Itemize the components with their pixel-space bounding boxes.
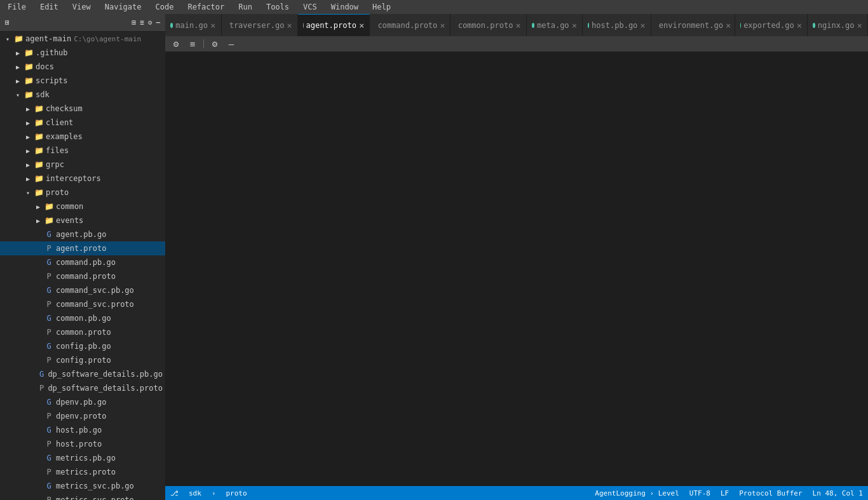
command-svc-pb-go-icon: G <box>43 286 55 295</box>
tree-item-command-svc-pb-go[interactable]: G command_svc.pb.go <box>0 283 165 297</box>
status-branch-icon: ⎇ <box>170 489 179 497</box>
tab-common-proto[interactable]: common.proto × <box>451 14 527 36</box>
tree-item-examples[interactable]: ▶ 📁 examples <box>0 130 165 144</box>
tree-item-common-folder[interactable]: ▶ 📁 common <box>0 199 165 213</box>
tree-item-scripts[interactable]: ▶ 📁 scripts <box>0 74 165 88</box>
common-proto-label: common.proto <box>56 328 111 337</box>
common-proto-icon: P <box>43 328 55 337</box>
icon-gear[interactable]: ⚙ <box>209 38 220 50</box>
tree-item-common-pb-go[interactable]: G common.pb.go <box>0 311 165 325</box>
tab-main-go[interactable]: main.go × <box>165 14 222 36</box>
sidebar-icon-layout[interactable]: ⊞ <box>132 18 137 27</box>
tree-item-interceptors[interactable]: ▶ 📁 interceptors <box>0 172 165 186</box>
editor-toolbar: ⚙ ≡ ⚙ – <box>165 36 868 51</box>
tab-close-nginx-go[interactable]: × <box>857 20 862 30</box>
tree-item-dp-pb-go[interactable]: G dp_software_details.pb.go <box>0 367 165 381</box>
tab-close-meta-go[interactable]: × <box>572 20 578 30</box>
tree-item-proto[interactable]: ▾ 📁 proto <box>0 186 165 199</box>
tree-item-dpenv-proto[interactable]: P dpenv.proto <box>0 409 165 423</box>
tree-item-client[interactable]: ▶ 📁 client <box>0 116 165 130</box>
tab-meta-go[interactable]: meta.go × <box>527 14 583 36</box>
menu-item-file[interactable]: File <box>5 3 29 11</box>
tab-close-common-proto[interactable]: × <box>515 20 520 30</box>
tree-item-command-svc-proto[interactable]: P command_svc.proto <box>0 297 165 311</box>
tree-item-metrics-svc-proto[interactable]: P metrics_svc.proto <box>0 493 165 500</box>
events-label: events <box>56 216 83 225</box>
tab-close-environment-go[interactable]: × <box>726 20 731 30</box>
tree-item-dpenv-pb-go[interactable]: G dpenv.pb.go <box>0 395 165 409</box>
command-pb-go-icon: G <box>43 258 55 267</box>
tab-close-traverser-go[interactable]: × <box>287 20 292 30</box>
tree-item-command-pb-go[interactable]: G command.pb.go <box>0 255 165 269</box>
tab-host-pb-go[interactable]: host.pb.go × <box>583 14 651 36</box>
tab-close-host-pb-go[interactable]: × <box>640 20 645 30</box>
icon-settings[interactable]: ⚙ <box>170 38 182 50</box>
tree-item-metrics-svc-pb-go[interactable]: G metrics_svc.pb.go <box>0 479 165 493</box>
menu-item-window[interactable]: Window <box>329 3 361 11</box>
tree-item-agent-pb-go[interactable]: G agent.pb.go <box>0 227 165 241</box>
tab-environment-go[interactable]: environment.go × <box>651 14 736 36</box>
toolbar-separator-1 <box>203 39 204 48</box>
icon-collapse-all[interactable]: ≡ <box>187 38 198 50</box>
sidebar: ⊞ ⊞ ≡ ⚙ – ▾ 📁 agent-main C:\go\agent-mai… <box>0 14 165 500</box>
tree-item-host-pb-go[interactable]: G host.pb.go <box>0 423 165 437</box>
sidebar-icon-settings[interactable]: ⚙ <box>148 18 153 27</box>
tab-command-proto[interactable]: command.proto × <box>370 14 450 36</box>
tree-item-config-proto[interactable]: P config.proto <box>0 353 165 367</box>
menu-item-code[interactable]: Code <box>153 3 177 11</box>
tree-root[interactable]: ▾ 📁 agent-main C:\go\agent-main <box>0 32 165 46</box>
checksum-folder-icon: 📁 <box>33 104 44 113</box>
tab-close-exported-go[interactable]: × <box>797 20 802 30</box>
status-eol: LF <box>721 489 729 497</box>
tree-item-common-proto[interactable]: P common.proto <box>0 325 165 339</box>
menu-item-tools[interactable]: Tools <box>264 3 292 11</box>
tree-item-agent-proto[interactable]: P agent.proto <box>0 241 165 255</box>
root-arrow-icon: ▾ <box>3 36 13 43</box>
menu-item-run[interactable]: Run <box>236 3 255 11</box>
tab-exported-go[interactable]: exported.go × <box>735 14 808 36</box>
tree-item-command-proto[interactable]: P command.proto <box>0 269 165 283</box>
tree-item-docs[interactable]: ▶ 📁 docs <box>0 60 165 74</box>
tree-item-metrics-proto[interactable]: P metrics.proto <box>0 465 165 479</box>
tab-label-meta-go: meta.go <box>537 21 569 30</box>
icon-minus[interactable]: – <box>226 38 237 50</box>
code-editor[interactable] <box>165 51 868 486</box>
tab-traverser-go[interactable]: traverser.go × <box>222 14 298 36</box>
tree-item-grpc[interactable]: ▶ 📁 grpc <box>0 158 165 172</box>
tree-item-dp-proto[interactable]: P dp_software_details.proto <box>0 381 165 395</box>
menu-item-help[interactable]: Help <box>370 3 393 11</box>
common-folder-label: common <box>56 202 83 211</box>
tab-close-main-go[interactable]: × <box>210 20 216 30</box>
sidebar-icon-collapse[interactable]: ≡ <box>140 18 144 27</box>
files-arrow-icon: ▶ <box>23 147 33 154</box>
tree-item-host-proto[interactable]: P host.proto <box>0 437 165 451</box>
tree-item-metrics-pb-go[interactable]: G metrics.pb.go <box>0 451 165 465</box>
menu-item-refactor[interactable]: Refactor <box>185 3 227 11</box>
menu-item-vcs[interactable]: VCS <box>301 3 320 11</box>
menu-item-navigate[interactable]: Navigate <box>102 3 144 11</box>
code-content[interactable] <box>197 51 868 486</box>
tab-label-environment-go: environment.go <box>659 21 723 30</box>
tab-nginx-go[interactable]: nginx.go × <box>808 14 868 36</box>
github-arrow-icon: ▶ <box>13 50 23 57</box>
menu-item-edit[interactable]: Edit <box>37 3 61 11</box>
tab-agent-proto[interactable]: agent.proto × <box>298 14 370 36</box>
tree-item-github[interactable]: ▶ 📁 .github <box>0 46 165 60</box>
project-tree[interactable]: ▾ 📁 agent-main C:\go\agent-main ▶ 📁 .git… <box>0 32 165 500</box>
status-bar: ⎇ sdk › proto AgentLogging › Level UTF-8… <box>165 486 868 500</box>
tree-item-events-folder[interactable]: ▶ 📁 events <box>0 213 165 227</box>
tab-close-command-proto[interactable]: × <box>440 20 445 30</box>
tab-dot-agent-proto <box>303 23 304 28</box>
tab-close-agent-proto[interactable]: × <box>359 20 364 30</box>
tree-item-files[interactable]: ▶ 📁 files <box>0 144 165 158</box>
sidebar-icon-close[interactable]: – <box>156 18 160 27</box>
menu-item-view[interactable]: View <box>70 3 93 11</box>
client-label: client <box>46 118 73 127</box>
status-cursor: Ln 48, Col 1 <box>813 489 863 497</box>
tree-item-sdk[interactable]: ▾ 📁 sdk <box>0 88 165 102</box>
line-numbers <box>165 51 197 486</box>
status-proto: proto <box>226 489 247 497</box>
tree-item-config-pb-go[interactable]: G config.pb.go <box>0 339 165 353</box>
tree-item-checksum[interactable]: ▶ 📁 checksum <box>0 102 165 116</box>
sidebar-header[interactable]: ⊞ ⊞ ≡ ⚙ – <box>0 14 165 32</box>
